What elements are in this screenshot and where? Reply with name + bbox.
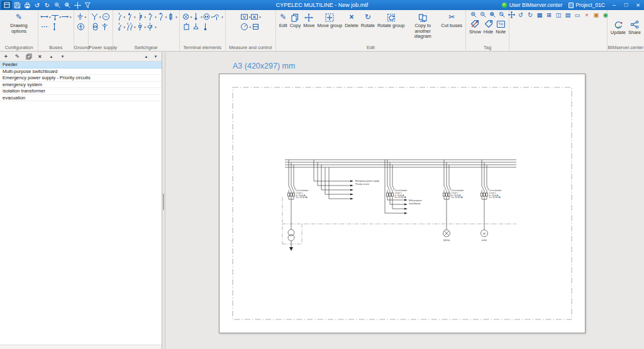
copy-to-another-diagram-button[interactable]: Copy to another diagram — [406, 12, 440, 40]
rotate-group-button[interactable]: Rotate group — [376, 12, 406, 40]
update-button[interactable]: Update — [609, 19, 627, 36]
user-account-button[interactable]: User BIMserver.center — [499, 2, 566, 8]
strip-delete-view-button[interactable]: × — [582, 11, 591, 19]
list-item-evacuation[interactable]: evacuation — [0, 95, 162, 102]
circuit-breaker-tool[interactable] — [125, 12, 136, 21]
move-button[interactable]: Move — [302, 12, 316, 40]
generator-tool[interactable] — [101, 12, 111, 21]
strip-zoom-extents-button[interactable] — [497, 11, 506, 19]
switch-tool[interactable] — [115, 12, 126, 21]
switch-disconnector-tool[interactable] — [115, 22, 126, 31]
lamp-tool[interactable] — [182, 12, 192, 21]
copy-item-button[interactable] — [25, 53, 33, 60]
bus-arrow-tool[interactable] — [61, 12, 72, 21]
strip-target-button[interactable]: ◉ — [601, 11, 610, 19]
ammeter-icon — [250, 13, 258, 21]
double-switch-tool[interactable] — [125, 22, 136, 31]
list-item-isolation-transformer[interactable]: isolation transformer — [0, 88, 162, 95]
move-group-button[interactable]: Move group — [316, 12, 344, 40]
fuse-tool[interactable] — [167, 12, 177, 21]
strip-tile-button[interactable]: ⊞ — [545, 11, 553, 19]
bus-vertical-tool[interactable] — [50, 22, 59, 31]
tag-hide-button[interactable]: Hide — [482, 18, 494, 36]
tag-show-icon — [470, 19, 479, 28]
strip-zoom-window-icon — [489, 11, 496, 18]
earth-connection-tool[interactable] — [76, 22, 86, 31]
strip-grid-button[interactable]: ▦ — [535, 11, 544, 19]
strip-previous-view-button[interactable]: ↺ — [516, 11, 525, 19]
scroll-up-button[interactable]: ▲ — [142, 53, 150, 60]
bus-branch-tool[interactable] — [51, 12, 62, 21]
schematic-drawing[interactable]: Circuit breaker Curve C In: 16.00 A Icu:… — [219, 74, 585, 333]
terminal-point-tool[interactable] — [201, 22, 210, 31]
list-item-emergency-power-supply[interactable]: Emergency power supply - Priority circui… — [0, 75, 162, 82]
print-icon — [24, 2, 31, 9]
rotate-button[interactable]: ↻ Rotate — [360, 12, 376, 40]
edit-button[interactable]: ✎ Edit — [278, 12, 289, 40]
strip-zoom-in-button[interactable] — [469, 11, 478, 19]
minimize-button[interactable]: – — [608, 0, 620, 10]
pan-button[interactable] — [72, 1, 82, 9]
list-item-emergency-system[interactable]: emergency system — [0, 82, 162, 89]
strip-pan-button[interactable] — [507, 11, 516, 19]
redo-button[interactable]: ↻ — [42, 1, 52, 9]
edit-item-button[interactable]: ✎ — [13, 53, 21, 60]
tag-show-button[interactable]: Show — [468, 18, 482, 36]
scroll-down-button[interactable]: ▼ — [152, 53, 160, 60]
strip-zoom-out-button[interactable] — [479, 11, 487, 19]
delete-button[interactable]: × Delete — [343, 12, 360, 40]
drawing-sheet[interactable]: Circuit breaker Curve C In: 16.00 A Icu:… — [219, 74, 586, 333]
zoom-window-button[interactable] — [62, 1, 72, 9]
voltmeter-tool[interactable] — [240, 12, 251, 21]
strip-table-button[interactable]: ◫ — [554, 11, 563, 19]
print-button[interactable] — [22, 1, 32, 9]
motor-tool[interactable] — [203, 12, 213, 21]
disconnector-tool[interactable] — [146, 12, 157, 21]
zoom-in-button[interactable] — [52, 1, 62, 9]
maximize-button[interactable]: □ — [620, 0, 632, 10]
project-button[interactable]: Project_01C — [565, 2, 608, 8]
meter-dial-tool[interactable] — [240, 22, 251, 31]
socket-tool[interactable] — [213, 12, 223, 21]
load-box-tool[interactable] — [182, 22, 191, 31]
source-tool[interactable] — [100, 22, 109, 31]
fuse-switch-tool[interactable] — [136, 12, 147, 21]
residual-breaker-tool[interactable] — [146, 22, 157, 31]
cut-buses-button[interactable]: ✂ Cut buses — [440, 12, 464, 40]
drawing-options-button[interactable]: ✎ Drawing options — [2, 12, 36, 35]
tag-note-button[interactable]: Txt Note — [494, 18, 507, 36]
horizontal-scrollbar[interactable] — [0, 345, 162, 349]
strip-redraw-button[interactable]: ↻ — [526, 11, 535, 19]
save-button[interactable] — [12, 1, 22, 9]
close-button[interactable]: × — [632, 0, 644, 10]
contactor-tool[interactable] — [157, 12, 167, 21]
bus-line-tool[interactable] — [40, 12, 51, 21]
ribbon-group-bimserver: Update Share BIMserver.center — [607, 10, 644, 51]
move-item-down-button[interactable]: ▼ — [58, 53, 67, 60]
move-item-up-button[interactable]: ▲ — [47, 53, 55, 60]
share-button[interactable]: Share — [627, 19, 642, 36]
control-relay-tool[interactable] — [251, 22, 260, 31]
filter-button[interactable] — [82, 1, 92, 9]
undo-button[interactable]: ↺ — [32, 1, 42, 9]
ammeter-tool[interactable] — [250, 12, 261, 21]
bell-tool[interactable] — [191, 22, 201, 31]
drawing-canvas[interactable]: A3 (420x297) mm Circuit breaker Curve C … — [165, 52, 644, 349]
strip-zoom-window-button[interactable] — [488, 11, 497, 19]
delete-item-button[interactable]: × — [36, 53, 44, 60]
outgoing-feeder-tool[interactable] — [192, 12, 203, 21]
strip-layers-button[interactable]: ▤ — [564, 11, 572, 19]
motor-breaker-tool[interactable] — [136, 22, 147, 31]
add-item-button[interactable]: + — [2, 53, 10, 60]
transformer-tool[interactable] — [91, 22, 100, 31]
bus-dashed-tool[interactable] — [40, 22, 50, 31]
list-item-feeder[interactable]: Feeder — [0, 62, 162, 69]
ground-tool[interactable] — [76, 12, 87, 21]
copy-button[interactable]: Copy — [289, 12, 303, 40]
app-menu-button[interactable] — [1, 1, 12, 9]
strip-document-button[interactable]: ▣ — [592, 11, 601, 19]
list-item-multi-purpose-switchboard[interactable]: Multi-purpose switchboard — [0, 69, 162, 75]
strip-ruler-button[interactable]: ▭ — [573, 11, 582, 19]
feeder-tool[interactable] — [91, 12, 101, 21]
feeder2-label-line1: Multi-purpose — [409, 199, 422, 202]
